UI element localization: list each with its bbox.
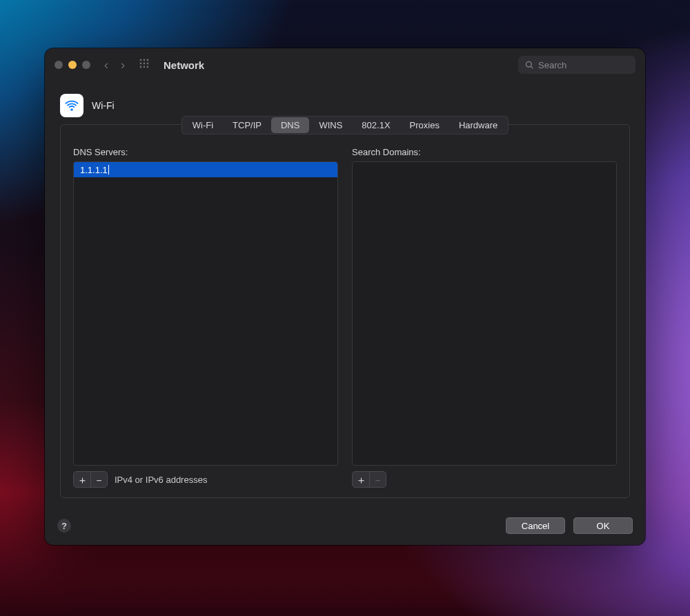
- tab-panel: Wi-FiTCP/IPDNSWINS802.1XProxiesHardware …: [60, 124, 630, 498]
- svg-point-3: [140, 63, 142, 65]
- svg-point-2: [147, 59, 149, 61]
- footer: ? Cancel OK: [45, 509, 645, 545]
- interface-header: Wi-Fi: [60, 94, 630, 117]
- search-placeholder: Search: [538, 60, 566, 70]
- dns-servers-label: DNS Servers:: [73, 147, 338, 157]
- add-search-domain-button[interactable]: ＋: [353, 472, 369, 487]
- search-domains-list[interactable]: [352, 161, 617, 466]
- svg-point-1: [144, 59, 146, 61]
- help-button[interactable]: ?: [57, 519, 71, 533]
- tab-wins[interactable]: WINS: [309, 117, 352, 133]
- svg-point-8: [147, 66, 149, 68]
- dns-servers-list[interactable]: 1.1.1.1: [73, 161, 338, 466]
- svg-point-0: [140, 59, 142, 61]
- back-button[interactable]: ‹: [101, 58, 111, 72]
- dns-servers-pm-group: ＋ －: [73, 471, 108, 488]
- svg-point-4: [144, 63, 146, 65]
- svg-point-7: [144, 66, 146, 68]
- ok-button[interactable]: OK: [573, 517, 633, 534]
- show-all-icon[interactable]: [135, 58, 154, 72]
- zoom-icon[interactable]: [82, 61, 90, 69]
- content-area: Wi-Fi Wi-FiTCP/IPDNSWINS802.1XProxiesHar…: [45, 81, 645, 509]
- window-title: Network: [164, 59, 204, 71]
- search-domains-label: Search Domains:: [352, 147, 617, 157]
- tab-bar: Wi-FiTCP/IPDNSWINS802.1XProxiesHardware: [181, 116, 509, 135]
- tab-dns[interactable]: DNS: [271, 117, 309, 133]
- forward-button[interactable]: ›: [118, 58, 128, 72]
- remove-search-domain-button[interactable]: －: [369, 472, 386, 487]
- dns-columns: DNS Servers: 1.1.1.1 ＋ － IPv4 or IPv6 ad…: [73, 147, 617, 488]
- tab-hardware[interactable]: Hardware: [449, 117, 507, 133]
- close-icon[interactable]: [55, 61, 63, 69]
- tab-proxies[interactable]: Proxies: [400, 117, 449, 133]
- dns-server-row[interactable]: 1.1.1.1: [74, 162, 337, 177]
- dns-server-value: 1.1.1.1: [80, 165, 108, 175]
- dns-hint: IPv4 or IPv6 addresses: [115, 475, 207, 485]
- tab-tcpip[interactable]: TCP/IP: [223, 117, 271, 133]
- traffic-lights: [55, 61, 90, 69]
- remove-dns-button[interactable]: －: [90, 472, 107, 487]
- search-field[interactable]: Search: [518, 56, 635, 74]
- svg-point-6: [140, 66, 142, 68]
- cancel-button[interactable]: Cancel: [506, 517, 565, 534]
- tab-8021x[interactable]: 802.1X: [352, 117, 400, 133]
- preferences-window: ‹ › Network Search Wi-Fi Wi-FiTCP/IPDNSW…: [45, 48, 645, 545]
- interface-name: Wi-Fi: [92, 100, 115, 111]
- search-domains-pm-group: ＋ －: [352, 471, 386, 488]
- wifi-icon: [60, 94, 83, 117]
- tab-wifi[interactable]: Wi-Fi: [183, 117, 223, 133]
- dns-servers-column: DNS Servers: 1.1.1.1 ＋ － IPv4 or IPv6 ad…: [73, 147, 338, 488]
- titlebar: ‹ › Network Search: [45, 48, 645, 81]
- search-domains-column: Search Domains: ＋ －: [352, 147, 617, 488]
- svg-point-5: [147, 63, 149, 65]
- text-caret: [108, 165, 109, 175]
- add-dns-button[interactable]: ＋: [74, 472, 90, 487]
- search-icon: [525, 61, 534, 70]
- minimize-icon[interactable]: [68, 61, 77, 69]
